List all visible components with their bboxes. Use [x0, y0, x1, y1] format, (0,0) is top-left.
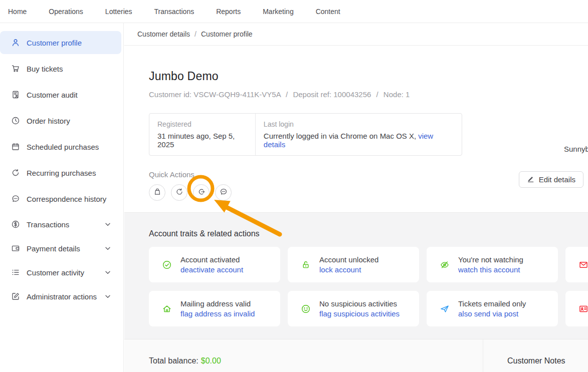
sidebar-item-label: Correspondence history [27, 195, 106, 203]
edit-details-label: Edit details [539, 175, 575, 184]
sidebar-item-label: Administrator actions [27, 292, 97, 301]
nav-marketing[interactable]: Marketing [263, 8, 293, 16]
trait-status: Mailing address valid [180, 299, 255, 308]
logout-icon [198, 188, 206, 198]
customer-notes-title: Customer Notes [507, 356, 565, 365]
chevron-down-icon [105, 295, 110, 298]
page-title: Jumbo Demo [149, 70, 588, 83]
footer-section: Total balance:$0.00 Customer Notes [124, 339, 588, 372]
quick-action-buy-button[interactable] [149, 184, 165, 201]
sidebar-item-recurring-purchases[interactable]: Recurring purchases [0, 161, 121, 184]
list-icon [11, 268, 20, 277]
customer-id: Customer id: VSCW-GQH9-411K-VY5A [149, 90, 281, 99]
bag-icon [153, 188, 161, 198]
flag-suspicious-link[interactable]: flag suspicious activities [319, 309, 400, 318]
nav-operations[interactable]: Operations [49, 8, 83, 16]
home-icon [162, 304, 172, 314]
sidebar-item-label: Customer profile [27, 39, 82, 47]
chat-icon [11, 194, 20, 203]
chevron-down-icon [105, 223, 110, 226]
sidebar-item-label: Customer audit [27, 91, 78, 99]
nav-home[interactable]: Home [8, 8, 27, 16]
trait-card-account-activated: Account activated deactivate account [149, 247, 280, 282]
nav-content[interactable]: Content [316, 8, 340, 16]
sidebar-item-payment-details[interactable]: Payment details [0, 237, 121, 259]
sidebar-item-administrator-actions[interactable]: Administrator actions [0, 285, 121, 307]
sidebar-item-buy-tickets[interactable]: Buy tickets [0, 57, 121, 80]
card-icon [11, 244, 20, 253]
sidebar-item-scheduled-purchases[interactable]: Scheduled purchases [0, 135, 121, 158]
sidebar: Customer profile Buy tickets Customer au… [0, 23, 124, 372]
reload-icon [175, 188, 183, 198]
trait-card-tickets-emailed: Tickets emailed only also send via post [427, 291, 558, 326]
breadcrumb-customer-details[interactable]: Customer details [137, 30, 190, 38]
dollar-icon [11, 220, 20, 229]
sidebar-item-customer-activity[interactable]: Customer activity [0, 261, 121, 283]
traits-row-2: Mailing address valid flag address as in… [149, 291, 588, 326]
trait-card-account-unlocked: Account unlocked lock account [288, 247, 419, 282]
trait-status: Tickets emailed only [458, 299, 526, 308]
trait-status: No suspicious activities [319, 299, 400, 308]
lock-account-link[interactable]: lock account [319, 265, 378, 274]
trait-card-partial-idcard [565, 291, 588, 326]
trait-card-not-watching: You're not watching watch this account [427, 247, 558, 282]
watch-account-link[interactable]: watch this account [458, 265, 523, 274]
meta-separator: / [286, 90, 288, 99]
address-fragment: Sunnyb [564, 145, 588, 153]
total-balance-value: $0.00 [201, 356, 221, 365]
total-balance-label: Total balance: [149, 356, 199, 365]
total-balance: Total balance:$0.00 [149, 356, 221, 365]
smile-icon [301, 304, 311, 314]
sidebar-item-label: Customer activity [27, 268, 84, 277]
last-login-cell: Last login Currently logged in via Chrom… [256, 114, 462, 155]
idcard-icon [578, 304, 588, 314]
account-traits-title: Account traits & related actions [149, 229, 588, 238]
node: Node: 1 [383, 90, 410, 99]
last-login-label: Last login [264, 120, 454, 128]
pencil-icon [527, 175, 534, 184]
sidebar-item-label: Payment details [27, 244, 80, 253]
sidebar-item-transactions[interactable]: Transactions [0, 213, 121, 235]
meta-separator: / [376, 90, 378, 99]
trait-status: You're not watching [458, 255, 523, 264]
chat-icon [220, 188, 228, 198]
quick-action-message-button[interactable] [215, 184, 232, 201]
eye-off-icon [440, 260, 450, 270]
edit-square-icon [11, 292, 20, 301]
registered-value: 31 minutes ago, Sep 5, 2025 [157, 132, 247, 149]
chevron-down-icon [105, 271, 110, 274]
quick-action-recurring-button[interactable] [171, 184, 187, 201]
trait-card-partial-email [565, 247, 588, 282]
sidebar-item-label: Order history [27, 117, 70, 125]
sidebar-item-customer-audit[interactable]: Customer audit [0, 83, 121, 106]
top-nav: Home Operations Lotteries Transactions R… [0, 0, 588, 23]
calendar-icon [11, 142, 20, 151]
trait-status: Account unlocked [319, 255, 378, 264]
account-traits-section: Account traits & related actions Account… [124, 212, 588, 339]
deactivate-account-link[interactable]: deactivate account [180, 265, 243, 274]
registration-login-box: Registered 31 minutes ago, Sep 5, 2025 L… [149, 113, 462, 156]
customer-profile-screen: Home Operations Lotteries Transactions R… [0, 0, 588, 372]
sidebar-item-label: Transactions [27, 220, 69, 229]
chevron-down-icon [105, 247, 110, 250]
send-via-post-link[interactable]: also send via post [458, 309, 526, 318]
unlock-icon [301, 260, 311, 270]
quick-action-logout-button[interactable] [193, 184, 210, 201]
main-content: Customer details / Customer profile Jumb… [124, 23, 588, 372]
registered-label: Registered [157, 120, 247, 128]
send-icon [440, 304, 450, 314]
trait-status: Account activated [180, 255, 243, 264]
nav-reports[interactable]: Reports [216, 8, 241, 16]
sidebar-item-correspondence-history[interactable]: Correspondence history [0, 187, 121, 210]
nav-transactions[interactable]: Transactions [154, 8, 194, 16]
edit-details-button[interactable]: Edit details [519, 171, 583, 188]
breadcrumb: Customer details / Customer profile [124, 23, 588, 46]
nav-lotteries[interactable]: Lotteries [105, 8, 132, 16]
sidebar-item-customer-profile[interactable]: Customer profile [0, 31, 121, 54]
sidebar-item-order-history[interactable]: Order history [0, 109, 121, 132]
flag-address-link[interactable]: flag address as invalid [180, 309, 255, 318]
clock-icon [11, 116, 20, 125]
last-login-value: Currently logged in via Chrome on Mac OS… [264, 132, 416, 140]
breadcrumb-customer-profile[interactable]: Customer profile [201, 30, 253, 38]
cart-icon [11, 64, 20, 73]
